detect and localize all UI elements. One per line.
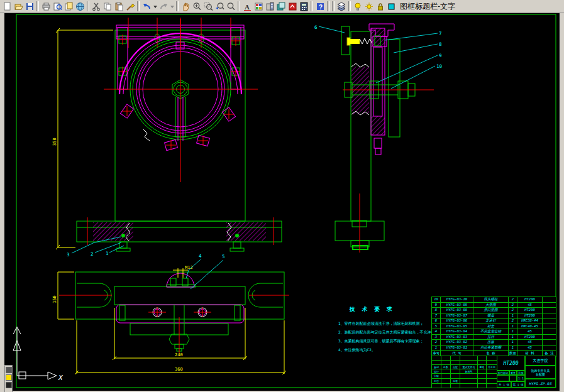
label-stage: 阶段标记 bbox=[497, 371, 509, 375]
part-name: 自位夹紧垫圈 bbox=[473, 345, 509, 351]
part-code: HYFG-03-02 bbox=[441, 340, 473, 346]
ucs-x-label: X bbox=[58, 374, 64, 382]
part-qty: 1 bbox=[509, 340, 517, 346]
clipped-side-toolbar[interactable] bbox=[4, 365, 13, 392]
ucs-icon: X bbox=[13, 327, 64, 382]
zoom-window-icon[interactable] bbox=[202, 1, 214, 12]
part-no: 4 bbox=[432, 329, 441, 335]
save-icon[interactable] bbox=[24, 1, 35, 12]
label-sign: 签名 bbox=[478, 365, 487, 369]
layer-on-bulb-icon[interactable] bbox=[352, 1, 363, 12]
part-qty: 1 bbox=[509, 334, 517, 340]
match-properties-icon[interactable] bbox=[124, 1, 136, 12]
part-name: 开口垫圈 bbox=[473, 308, 509, 313]
parts-row: 3HYFG-03-03拉杆1HT200 bbox=[432, 334, 556, 340]
part-name: 支承钉 bbox=[473, 318, 509, 324]
part-no: 1 bbox=[432, 345, 441, 351]
part-qty: 1 bbox=[509, 329, 517, 335]
zoom-icon[interactable] bbox=[225, 1, 236, 12]
parts-row: 7HYFG-03-07螺母1HT200 bbox=[432, 313, 556, 318]
pan-icon[interactable] bbox=[180, 1, 191, 12]
redo-icon[interactable] bbox=[158, 1, 169, 12]
open-icon[interactable] bbox=[13, 1, 24, 12]
drawing-canvas[interactable]: 350 3 2 1 bbox=[4, 13, 560, 391]
drawing-title-line2: 装配图 bbox=[536, 373, 545, 376]
toolbar-separator bbox=[327, 1, 329, 11]
layer-color-swatch[interactable] bbox=[386, 1, 397, 12]
part-qty: 2 bbox=[509, 318, 517, 324]
parts-row: 9HYFG-03-09大垫圈245 bbox=[432, 302, 556, 308]
layers-icon[interactable] bbox=[336, 1, 347, 12]
toolbar-separator bbox=[311, 1, 313, 11]
properties-icon[interactable] bbox=[264, 1, 275, 12]
parts-list: 10HYFG-03-10双头螺柱2HT200 9HYFG-03-09大垫圈245… bbox=[431, 297, 556, 357]
zoom-previous-icon[interactable] bbox=[214, 1, 225, 12]
callout-7: 7 bbox=[439, 31, 442, 36]
toolbar-separator bbox=[36, 1, 39, 11]
layer-name-display[interactable]: 图框标题栏-文字 bbox=[400, 1, 455, 12]
label-design: 设计 bbox=[432, 369, 441, 374]
parts-row: 2HYFG-03-02压板145 bbox=[432, 340, 556, 346]
redo-menu-icon[interactable] bbox=[169, 1, 175, 12]
callout-4: 4 bbox=[199, 253, 202, 259]
label-check: 审核 bbox=[432, 374, 441, 379]
undo-icon[interactable] bbox=[141, 1, 152, 12]
layer-properties-icon[interactable] bbox=[253, 1, 264, 12]
school-cell: 大连学院 bbox=[525, 356, 556, 366]
part-material: HT200 bbox=[517, 334, 543, 340]
design-center-icon[interactable] bbox=[275, 1, 287, 12]
label-process: 工艺 bbox=[432, 379, 441, 384]
markup-set-icon[interactable] bbox=[287, 1, 298, 12]
part-code: HYFG-03-07 bbox=[441, 313, 473, 318]
label-doc-no: 更改文件号 bbox=[460, 365, 478, 369]
help-icon[interactable]: ? bbox=[314, 1, 326, 12]
parts-row: 10HYFG-03-10双头螺柱2HT200 bbox=[432, 297, 556, 303]
part-note bbox=[543, 313, 556, 318]
paste-icon[interactable] bbox=[113, 1, 124, 12]
part-no: 10 bbox=[432, 297, 441, 303]
part-note bbox=[543, 297, 556, 303]
layer-thaw-sun-icon[interactable] bbox=[363, 1, 375, 12]
part-code: HYFG-03-08 bbox=[441, 308, 473, 313]
front-view: 350 3 2 1 bbox=[52, 18, 282, 258]
revision-grid: 标记处数分区更改文件号签名年月日 设计标准化 审核 工艺批准 bbox=[431, 356, 497, 388]
side-tool-icon[interactable] bbox=[6, 382, 12, 388]
zoom-realtime-icon[interactable] bbox=[191, 1, 202, 12]
quick-calc-icon[interactable] bbox=[298, 1, 309, 12]
tech-req-line-4: 4、未注倒角均为C2。 bbox=[338, 347, 375, 352]
dim-front-height: 350 bbox=[52, 138, 57, 146]
main-toolbar: A ? 图框标题栏-文字 bbox=[0, 0, 564, 13]
plot-preview-icon[interactable] bbox=[52, 1, 63, 12]
text-style-icon[interactable]: A bbox=[241, 1, 253, 12]
tech-req-line-3: 3、夹紧机构须灵活可靠，锁紧后不得有卡滞现象； bbox=[338, 339, 424, 344]
publish-to-web-icon[interactable] bbox=[74, 1, 86, 12]
part-name: 双头螺柱 bbox=[473, 297, 509, 303]
part-material: 45 bbox=[517, 345, 543, 351]
copy-icon[interactable] bbox=[102, 1, 113, 12]
parts-row: 1HYFG-03-01自位夹紧垫圈145 bbox=[432, 345, 556, 351]
parts-row: 4HYFG-03-04不完全定位销145 bbox=[432, 329, 556, 335]
label-standard: 标准化 bbox=[460, 369, 478, 374]
label-weight: 重量 bbox=[509, 371, 517, 375]
callout-1: 1 bbox=[106, 251, 109, 256]
side-tool-icon[interactable] bbox=[6, 367, 12, 373]
callout-9: 9 bbox=[439, 53, 442, 58]
scale-value: 1:1 bbox=[517, 375, 525, 381]
plan-view: M12 150 240 360 4 5 bbox=[52, 253, 289, 374]
toolbar-separator bbox=[87, 1, 89, 11]
part-material: HT200 bbox=[517, 308, 543, 313]
plot-icon[interactable] bbox=[40, 1, 52, 12]
cut-icon[interactable] bbox=[91, 1, 102, 12]
part-note bbox=[543, 318, 556, 324]
part-name: 拉杆 bbox=[473, 334, 509, 340]
part-code: HYFG-03-03 bbox=[441, 334, 473, 340]
part-code: HYFG-03-05 bbox=[441, 324, 473, 329]
undo-menu-icon[interactable] bbox=[152, 1, 158, 12]
side-color-swatch[interactable] bbox=[6, 374, 12, 381]
publish-icon[interactable] bbox=[63, 1, 74, 12]
layer-lock-icon[interactable] bbox=[375, 1, 386, 12]
parts-row: 6HYFG-03-06支承钉2HRC38-44 bbox=[432, 318, 556, 324]
new-icon[interactable] bbox=[1, 1, 13, 12]
dim-plan-outer-width: 360 bbox=[175, 367, 183, 372]
label-zone: 分区 bbox=[451, 365, 460, 369]
